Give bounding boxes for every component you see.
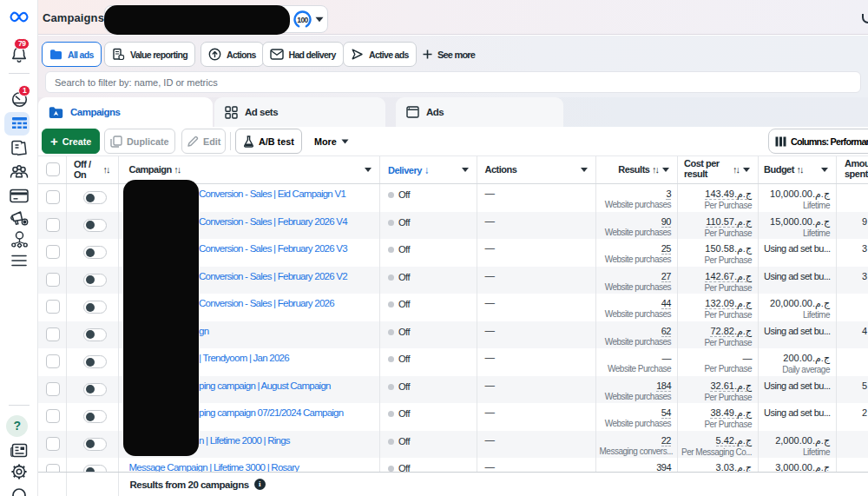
select-all-checkbox[interactable] [46, 162, 60, 176]
see-more-button[interactable]: See more [423, 42, 475, 67]
row-checkbox[interactable] [46, 464, 60, 472]
billing-card-icon[interactable] [0, 188, 38, 203]
columns-button[interactable]: Columns: Performance [768, 129, 868, 154]
col-header-budget[interactable]: Budget [764, 164, 794, 175]
campaign-link[interactable]: Conversion - Sales | Eid Campaign V1 [199, 188, 345, 199]
row-checkbox[interactable] [46, 437, 60, 451]
actions-value: — [485, 270, 495, 281]
campaign-toggle[interactable] [83, 328, 107, 341]
sort-desc-icon[interactable]: ↓ [424, 164, 429, 176]
row-checkbox[interactable] [46, 300, 60, 314]
col-header-delivery[interactable]: Delivery [388, 165, 422, 175]
campaign-link[interactable]: ping campaign | August Campaign [199, 380, 331, 391]
budget-note: Lifetime [762, 447, 830, 457]
sort-icon[interactable]: ↑↓ [652, 164, 658, 175]
edit-button[interactable]: Edit [181, 129, 226, 154]
row-checkbox[interactable] [46, 409, 60, 423]
campaign-link[interactable]: n | Lifetime 2000 | Rings [199, 435, 290, 446]
campaign-link[interactable]: Conversion - Sales | February 2026 V2 [199, 271, 347, 281]
row-checkbox[interactable] [46, 327, 60, 341]
campaign-toggle[interactable] [83, 355, 107, 368]
campaign-link[interactable]: Conversion - Sales | February 2026 [199, 298, 334, 308]
col-header-cost-per-result[interactable]: Cost per result [684, 158, 727, 179]
delivery-cell: Off [380, 431, 477, 459]
delivery-status-dot [388, 439, 394, 445]
row-checkbox[interactable] [46, 354, 60, 368]
more-button[interactable]: More [311, 129, 352, 154]
filter-chip-actions[interactable]: Actions [201, 42, 264, 67]
pages-icon[interactable] [0, 139, 38, 157]
sort-icon[interactable]: ↑↓ [103, 164, 109, 175]
campaigns-table-icon[interactable] [0, 117, 38, 130]
delivery-status-dot [388, 301, 394, 308]
filter-chip-all-ads[interactable]: All ads [42, 42, 102, 67]
column-caret-icon[interactable] [662, 168, 669, 172]
campaign-link[interactable]: ping campaign 07/21/2024 Campaign [199, 407, 343, 418]
delivery-status: Off [398, 272, 410, 282]
search-filter-input[interactable] [45, 71, 861, 93]
row-checkbox-cell [38, 184, 67, 212]
info-icon[interactable]: i [254, 479, 266, 490]
sort-icon[interactable]: ↑↓ [174, 164, 180, 175]
row-checkbox[interactable] [46, 218, 60, 232]
campaign-toggle[interactable] [83, 219, 107, 232]
summary-checkbox-cell [38, 473, 67, 496]
row-checkbox[interactable] [46, 190, 60, 204]
tab-ads[interactable]: Ads [396, 97, 563, 127]
ads-megaphone-icon[interactable] [0, 208, 38, 227]
row-checkbox[interactable] [46, 382, 60, 396]
meta-logo[interactable] [0, 9, 38, 25]
sort-icon[interactable]: ↑↓ [733, 164, 739, 175]
campaign-toggle[interactable] [83, 301, 107, 314]
tab-campaigns[interactable]: Campaigns [38, 97, 213, 127]
campaign-names-redacted [123, 180, 199, 456]
tab-ad-sets[interactable]: Ad sets [214, 97, 385, 127]
row-checkbox[interactable] [46, 245, 60, 259]
campaign-toggle[interactable] [83, 191, 107, 204]
campaign-link[interactable]: | Trendyoom | Jan 2026 [199, 353, 289, 363]
column-caret-icon[interactable] [365, 168, 372, 172]
column-caret-icon[interactable] [743, 168, 750, 172]
filter-chip-value-reporting[interactable]: Value reporting [104, 42, 195, 67]
all-tools-menu-icon[interactable] [0, 255, 38, 267]
audiences-people-icon[interactable] [0, 164, 38, 180]
account-selector[interactable]: 100 [104, 5, 328, 33]
campaign-toggle[interactable] [83, 438, 107, 451]
col-header-off-on[interactable]: Off / On [74, 159, 100, 180]
campaign-link[interactable]: gn [199, 326, 208, 336]
campaign-toggle[interactable] [83, 465, 107, 472]
column-caret-icon[interactable] [581, 168, 588, 172]
filter-chip-active-ads[interactable]: Active ads [343, 42, 417, 67]
campaign-toggle[interactable] [83, 274, 107, 287]
col-header-amount-spent[interactable]: Amount spent [845, 158, 868, 179]
assets-network-icon[interactable] [0, 229, 38, 249]
budget-cell: Using ad set bu... [759, 267, 837, 294]
search-filter-bar[interactable] [45, 71, 861, 93]
campaign-link[interactable]: Conversion - Sales | February 2026 V3 [199, 243, 347, 254]
campaign-link[interactable]: Conversion - Sales | February 2026 V4 [199, 216, 347, 227]
column-caret-icon[interactable] [462, 168, 469, 172]
duplicate-button[interactable]: Duplicate [104, 129, 175, 154]
campaign-toggle[interactable] [83, 383, 107, 396]
col-header-campaign[interactable]: Campaign [129, 164, 172, 175]
ab-test-button[interactable]: A/B test [235, 129, 302, 154]
business-news-icon[interactable] [0, 442, 38, 459]
campaign-link[interactable]: Message Campaign | Lifetime 3000 | Rosar… [129, 462, 299, 472]
row-checkbox[interactable] [46, 273, 60, 287]
campaign-toggle[interactable] [83, 410, 107, 423]
filter-chip-had-delivery[interactable]: Had delivery [262, 42, 344, 67]
settings-gear-icon[interactable] [0, 463, 38, 480]
search-icon[interactable] [0, 486, 38, 496]
col-header-results[interactable]: Results [618, 164, 649, 175]
delivery-status: Off [398, 381, 410, 392]
help-icon[interactable]: ? [6, 415, 28, 437]
campaign-toggle[interactable] [83, 246, 107, 259]
col-header-actions[interactable]: Actions [485, 164, 517, 175]
ab-test-label: A/B test [259, 136, 294, 147]
column-caret-icon[interactable] [821, 168, 828, 172]
create-button[interactable]: + Create [42, 129, 100, 154]
sort-icon[interactable]: ↑↓ [796, 164, 802, 175]
see-more-label: See more [437, 50, 475, 60]
actions-value: — [485, 242, 495, 253]
actions-value: — [485, 461, 495, 472]
